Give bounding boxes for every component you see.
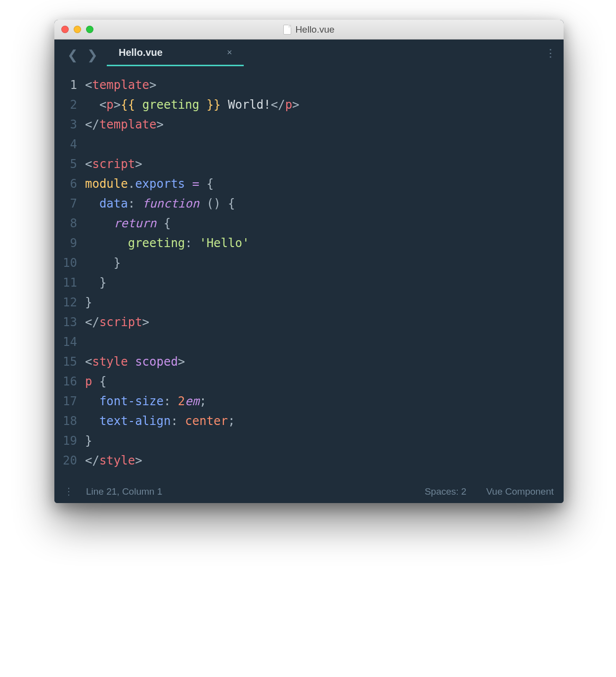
zoom-window-button[interactable] [86, 26, 93, 33]
status-menu-icon[interactable]: ⋯ [63, 487, 75, 497]
code-line[interactable]: data: function () { [85, 194, 554, 213]
titlebar[interactable]: Hello.vue [54, 20, 564, 40]
code-line[interactable]: <script> [85, 154, 554, 174]
line-number[interactable]: 12 [54, 293, 77, 312]
status-indentation[interactable]: Spaces: 2 [425, 486, 467, 497]
line-number[interactable]: 4 [54, 134, 77, 154]
status-cursor-position[interactable]: Line 21, Column 1 [86, 486, 162, 497]
line-number[interactable]: 14 [54, 332, 77, 352]
editor: ❮ ❯ Hello.vue × ⋯ 1234567891011121314151… [54, 40, 564, 503]
more-menu-icon[interactable]: ⋯ [544, 48, 557, 62]
line-number[interactable]: 16 [54, 372, 77, 391]
code-line[interactable]: } [85, 431, 554, 451]
status-bar: ⋯ Line 21, Column 1 Spaces: 2 Vue Compon… [54, 480, 564, 503]
code-line[interactable]: font-size: 2em; [85, 391, 554, 411]
line-number[interactable]: 5 [54, 154, 77, 174]
tab-bar: ❮ ❯ Hello.vue × ⋯ [54, 40, 564, 70]
line-number[interactable]: 7 [54, 194, 77, 213]
code-line[interactable]: p { [85, 372, 554, 391]
editor-window: Hello.vue ❮ ❯ Hello.vue × ⋯ 123456789101… [54, 20, 564, 503]
line-number-gutter[interactable]: 1234567891011121314151617181920 [54, 75, 85, 470]
line-number[interactable]: 13 [54, 312, 77, 332]
code-line[interactable]: } [85, 293, 554, 312]
line-number[interactable]: 17 [54, 391, 77, 411]
tab-close-icon[interactable]: × [227, 47, 232, 58]
nav-back-icon[interactable]: ❮ [67, 48, 78, 61]
code-line[interactable]: </style> [85, 451, 554, 470]
code-line[interactable]: </script> [85, 312, 554, 332]
code-line[interactable]: <style scoped> [85, 352, 554, 372]
code-line[interactable]: <template> [85, 75, 554, 95]
tab-active-indicator [107, 65, 244, 66]
code-content[interactable]: <template> <p>{{ greeting }} World!</p><… [85, 75, 564, 470]
code-line[interactable] [85, 332, 554, 352]
line-number[interactable]: 11 [54, 273, 77, 293]
line-number[interactable]: 18 [54, 411, 77, 431]
line-number[interactable]: 19 [54, 431, 77, 451]
code-line[interactable]: greeting: 'Hello' [85, 233, 554, 253]
status-syntax[interactable]: Vue Component [486, 486, 554, 497]
code-line[interactable]: } [85, 273, 554, 293]
line-number[interactable]: 2 [54, 95, 77, 115]
code-line[interactable]: </template> [85, 115, 554, 134]
minimize-window-button[interactable] [74, 26, 81, 33]
tab-label: Hello.vue [119, 47, 163, 58]
line-number[interactable]: 20 [54, 451, 77, 470]
line-number[interactable]: 6 [54, 174, 77, 194]
line-number[interactable]: 10 [54, 253, 77, 273]
code-line[interactable]: module.exports = { [85, 174, 554, 194]
line-number[interactable]: 3 [54, 115, 77, 134]
window-title: Hello.vue [54, 24, 564, 35]
tab-file[interactable]: Hello.vue × [107, 47, 244, 63]
line-number[interactable]: 1 [54, 75, 77, 95]
close-window-button[interactable] [61, 26, 69, 33]
line-number[interactable]: 9 [54, 233, 77, 253]
nav-arrows: ❮ ❯ [67, 48, 98, 61]
code-line[interactable]: <p>{{ greeting }} World!</p> [85, 95, 554, 115]
code-line[interactable] [85, 134, 554, 154]
code-editor[interactable]: 1234567891011121314151617181920 <templat… [54, 70, 564, 480]
code-line[interactable]: text-align: center; [85, 411, 554, 431]
nav-forward-icon[interactable]: ❯ [87, 48, 98, 61]
traffic-lights [61, 26, 93, 33]
window-title-text: Hello.vue [295, 24, 334, 35]
code-line[interactable]: return { [85, 213, 554, 233]
line-number[interactable]: 15 [54, 352, 77, 372]
code-line[interactable]: } [85, 253, 554, 273]
file-icon [283, 25, 291, 35]
line-number[interactable]: 8 [54, 213, 77, 233]
